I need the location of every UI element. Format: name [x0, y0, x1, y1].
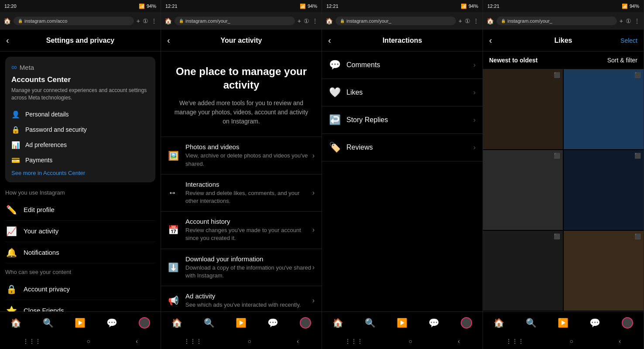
- image-cell-2[interactable]: ⬛: [483, 150, 563, 230]
- history-icon: 📅: [168, 225, 185, 235]
- payment-icon: 💳: [11, 156, 20, 164]
- image-cell-0[interactable]: ⬛: [483, 69, 563, 149]
- nav-reels-4[interactable]: ▶️: [558, 318, 569, 328]
- arrow-icon-ad: ›: [312, 297, 315, 305]
- image-cell-3[interactable]: ⬛: [564, 150, 644, 230]
- menu-icon-2[interactable]: ⋮: [312, 17, 318, 24]
- section-title-how: How you use Instagram: [5, 189, 155, 196]
- back-button-4[interactable]: ‹: [489, 35, 492, 45]
- back-button-2[interactable]: ‹: [167, 35, 170, 45]
- nav-search-3[interactable]: 🔍: [365, 318, 376, 328]
- nav-reels-1[interactable]: ▶️: [75, 318, 86, 328]
- android-back-2[interactable]: ‹: [297, 338, 299, 345]
- nav-reels-2[interactable]: ▶️: [236, 318, 247, 328]
- nav-messages-2[interactable]: 💬: [267, 318, 278, 328]
- nav-profile-1[interactable]: [139, 317, 150, 328]
- url-bar-1[interactable]: 🔒 instagram.com/acco: [14, 17, 134, 25]
- android-back-1[interactable]: ‹: [136, 338, 138, 345]
- meta-item-personal[interactable]: 👤 Personal details: [11, 107, 149, 122]
- nav-home-2[interactable]: 🏠: [171, 318, 182, 328]
- home-browser-icon-4[interactable]: 🏠: [486, 17, 494, 24]
- url-bar-3[interactable]: 🔒 instagram.com/your_: [336, 17, 456, 25]
- tab-count-3[interactable]: ①: [465, 17, 470, 24]
- add-tab-icon-2[interactable]: +: [298, 17, 301, 24]
- likes-header: Newest to oldest Sort & filter: [483, 51, 644, 69]
- settings-item-account-privacy[interactable]: 🔒 Account privacy: [5, 279, 155, 300]
- menu-icon-1[interactable]: ⋮: [151, 17, 157, 24]
- nav-home-1[interactable]: 🏠: [10, 318, 21, 328]
- notifications-icon: 🔔: [5, 247, 17, 258]
- menu-icon-4[interactable]: ⋮: [634, 17, 640, 24]
- select-button[interactable]: Select: [620, 37, 637, 44]
- meta-item-payments[interactable]: 💳 Payments: [11, 153, 149, 168]
- nav-home-4[interactable]: 🏠: [493, 318, 504, 328]
- android-menu-3[interactable]: ⋮⋮⋮: [345, 338, 363, 345]
- nav-messages-3[interactable]: 💬: [428, 318, 439, 328]
- android-menu-1[interactable]: ⋮⋮⋮: [23, 338, 41, 345]
- meta-card[interactable]: ∞ Meta Accounts Center Manage your conne…: [5, 57, 155, 182]
- nav-search-2[interactable]: 🔍: [204, 318, 215, 328]
- lock-icon: 🔒: [11, 126, 20, 134]
- meta-item-ads[interactable]: 📊 Ad preferences: [11, 137, 149, 153]
- android-home-3[interactable]: ○: [408, 338, 412, 345]
- interaction-likes[interactable]: 🤍 Likes ›: [322, 79, 483, 106]
- android-home-2[interactable]: ○: [247, 338, 251, 345]
- home-browser-icon-3[interactable]: 🏠: [325, 17, 333, 24]
- url-bar-4[interactable]: 🔒 instagram.com/your_: [497, 17, 617, 25]
- nav-messages-4[interactable]: 💬: [589, 318, 600, 328]
- nav-search-1[interactable]: 🔍: [43, 318, 54, 328]
- nav-search-4[interactable]: 🔍: [526, 318, 537, 328]
- android-nav-3: ⋮⋮⋮ ○ ‹: [322, 333, 483, 349]
- interaction-story-replies[interactable]: ↩️ Story Replies ›: [322, 106, 483, 134]
- settings-item-notifications[interactable]: 🔔 Notifications: [5, 242, 155, 263]
- interaction-comments[interactable]: 💬 Comments ›: [322, 51, 483, 79]
- home-browser-icon-1[interactable]: 🏠: [3, 17, 11, 24]
- nav-profile-3[interactable]: [461, 317, 472, 328]
- back-button-1[interactable]: ‹: [6, 35, 9, 45]
- tab-count-2[interactable]: ①: [304, 17, 309, 24]
- settings-content: ∞ Meta Accounts Center Manage your conne…: [0, 51, 161, 311]
- settings-item-close-friends-label: Close Friends: [24, 307, 155, 311]
- tab-count-4[interactable]: ①: [626, 17, 631, 24]
- android-home-4[interactable]: ○: [569, 338, 573, 345]
- menu-icon-3[interactable]: ⋮: [473, 17, 479, 24]
- see-more-link[interactable]: See more in Accounts Center: [11, 170, 149, 176]
- tab-count-1[interactable]: ①: [143, 17, 148, 24]
- settings-item-your-activity[interactable]: 📈 Your activity: [5, 221, 155, 242]
- meta-item-password[interactable]: 🔒 Password and security: [11, 122, 149, 137]
- story-replies-icon: ↩️: [329, 114, 346, 126]
- android-menu-2[interactable]: ⋮⋮⋮: [184, 338, 202, 345]
- image-cell-4[interactable]: ⬛: [483, 231, 563, 311]
- home-browser-icon-2[interactable]: 🏠: [164, 17, 172, 24]
- settings-item-close-friends[interactable]: ⭐ Close Friends: [5, 300, 155, 311]
- add-tab-icon-1[interactable]: +: [137, 17, 140, 24]
- android-home-1[interactable]: ○: [86, 338, 90, 345]
- activity-item-history[interactable]: 📅 Account history Review changes you've …: [161, 211, 322, 248]
- nav-profile-2[interactable]: [300, 317, 311, 328]
- image-cell-5[interactable]: ⬛: [564, 231, 644, 311]
- image-cell-1[interactable]: ⬛: [564, 69, 644, 149]
- your-activity-panel: 12:21 📶 94% 🏠 🔒 instagram.com/your_ + ① …: [161, 0, 322, 349]
- add-tab-icon-3[interactable]: +: [459, 17, 462, 24]
- activity-item-history-text: Account history Review changes you've ma…: [185, 218, 312, 242]
- android-back-4[interactable]: ‹: [619, 338, 621, 345]
- reel-icon-5: ⬛: [634, 233, 641, 240]
- nav-home-3[interactable]: 🏠: [332, 318, 343, 328]
- interaction-story-replies-label: Story Replies: [346, 116, 473, 124]
- filter-button[interactable]: Sort & filter: [607, 57, 637, 64]
- image-cell-inner-0: ⬛: [483, 69, 563, 149]
- activity-item-interactions[interactable]: ↔️ Interactions Review and delete likes,…: [161, 174, 322, 211]
- nav-profile-4[interactable]: [622, 317, 633, 328]
- back-button-3[interactable]: ‹: [328, 35, 331, 45]
- add-tab-icon-4[interactable]: +: [620, 17, 623, 24]
- activity-item-photos[interactable]: 🖼️ Photos and videos View, archive or de…: [161, 137, 322, 174]
- activity-item-download[interactable]: ⬇️ Download your information Download a …: [161, 249, 322, 286]
- url-bar-2[interactable]: 🔒 instagram.com/your_: [175, 17, 295, 25]
- interaction-reviews[interactable]: 🏷️ Reviews ›: [322, 134, 483, 161]
- android-menu-4[interactable]: ⋮⋮⋮: [506, 338, 524, 345]
- nav-messages-1[interactable]: 💬: [106, 318, 117, 328]
- activity-item-ad[interactable]: 📢 Ad activity See which ads you've inter…: [161, 286, 322, 311]
- android-back-3[interactable]: ‹: [458, 338, 460, 345]
- settings-item-edit-profile[interactable]: ✏️ Edit profile: [5, 199, 155, 221]
- nav-reels-3[interactable]: ▶️: [397, 318, 408, 328]
